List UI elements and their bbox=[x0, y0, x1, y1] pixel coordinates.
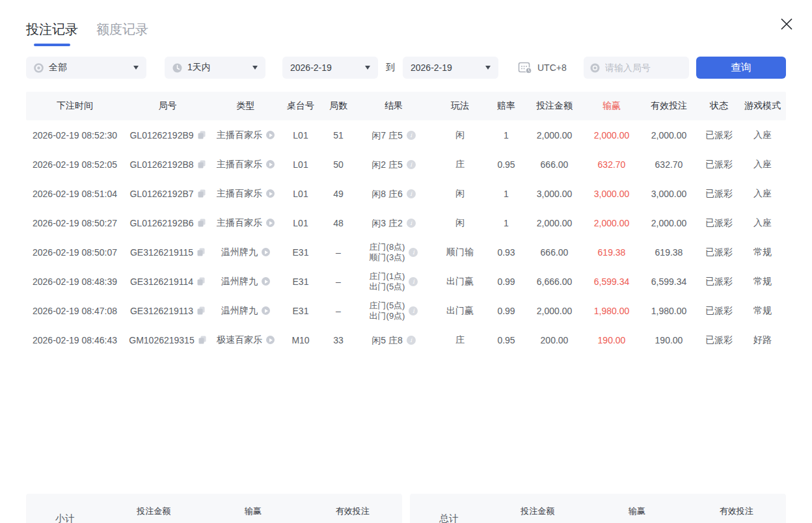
column-header: 局号 bbox=[124, 100, 211, 112]
odds-cell: 0.95 bbox=[488, 159, 524, 170]
close-icon[interactable] bbox=[777, 14, 796, 34]
total-label: 总计 bbox=[410, 513, 488, 523]
game-mode-cell: 好路 bbox=[739, 334, 786, 346]
win-loss-cell: 632.70 bbox=[584, 159, 639, 170]
play-type-cell: 顺门输 bbox=[432, 247, 488, 258]
table-no-cell: L01 bbox=[280, 130, 321, 141]
play-icon[interactable] bbox=[262, 248, 270, 256]
game-type-cell: 极速百家乐 bbox=[211, 334, 280, 346]
info-icon[interactable]: i bbox=[407, 219, 416, 228]
game-mode-cell: 常规 bbox=[739, 247, 786, 258]
play-icon[interactable] bbox=[266, 131, 275, 139]
date-to-label: 到 bbox=[386, 62, 395, 74]
odds-cell: 1 bbox=[488, 189, 524, 199]
copy-icon[interactable] bbox=[198, 160, 206, 168]
game-mode-cell: 常规 bbox=[739, 276, 786, 288]
play-icon[interactable] bbox=[262, 306, 270, 315]
category-dropdown[interactable]: 全部 bbox=[26, 57, 146, 79]
table-no-cell: E31 bbox=[280, 276, 321, 287]
table-no-cell: L01 bbox=[280, 189, 321, 199]
play-icon[interactable] bbox=[266, 189, 275, 198]
bet-records-table: 下注时间局号类型桌台号局数结果玩法赔率投注金额输赢有效投注状态游戏模式 2026… bbox=[26, 92, 786, 422]
timezone-label: UTC+8 bbox=[537, 62, 567, 73]
active-tab-underline bbox=[34, 44, 70, 46]
round-search-input[interactable] bbox=[605, 62, 677, 73]
play-type-cell: 出门赢 bbox=[432, 305, 488, 317]
copy-icon[interactable] bbox=[197, 248, 205, 256]
odds-cell: 1 bbox=[488, 130, 524, 141]
odds-cell: 1 bbox=[488, 218, 524, 228]
win-loss-cell: 619.38 bbox=[584, 247, 639, 258]
valid-bet-cell: 3,000.00 bbox=[639, 189, 699, 199]
bet-amount-cell: 2,000.00 bbox=[524, 218, 584, 228]
bet-amount-cell: 666.00 bbox=[524, 247, 584, 258]
round-id-cell: GL01262192B8 bbox=[124, 159, 211, 170]
info-icon[interactable]: i bbox=[409, 277, 418, 286]
bet-amount-cell: 3,000.00 bbox=[524, 189, 584, 199]
info-icon[interactable]: i bbox=[407, 189, 416, 198]
copy-icon[interactable] bbox=[198, 336, 206, 344]
column-header: 赔率 bbox=[488, 100, 524, 112]
calendar-clock-icon bbox=[518, 61, 532, 74]
win-loss-cell: 2,000.00 bbox=[584, 218, 639, 228]
time-range-dropdown[interactable]: 1天内 bbox=[165, 57, 265, 79]
info-icon[interactable]: i bbox=[409, 248, 418, 257]
query-button[interactable]: 查询 bbox=[696, 57, 786, 79]
info-icon[interactable]: i bbox=[407, 160, 416, 169]
status-cell: 已派彩 bbox=[699, 129, 739, 141]
round-id-cell: GE3126219114 bbox=[124, 276, 211, 287]
info-icon[interactable]: i bbox=[407, 336, 416, 345]
table-row: 2026-02-19 08:46:43 GM1026219315 极速百家乐 M… bbox=[26, 325, 786, 355]
column-header: 类型 bbox=[211, 100, 280, 112]
valid-bet-cell: 1,980.00 bbox=[639, 306, 699, 316]
bet-amount-cell: 200.00 bbox=[524, 335, 584, 345]
game-mode-cell: 入座 bbox=[739, 217, 786, 229]
table-row: 2026-02-19 08:47:08 GE3126219113 温州牌九 E3… bbox=[26, 296, 786, 325]
status-cell: 已派彩 bbox=[699, 247, 739, 258]
round-count-cell: – bbox=[321, 306, 355, 316]
valid-bet-cell: 2,000.00 bbox=[639, 130, 699, 141]
result-cell: 庄门(8点)顺门(3点) i bbox=[355, 242, 432, 263]
round-count-cell: 33 bbox=[321, 335, 355, 345]
copy-icon[interactable] bbox=[198, 189, 206, 198]
valid-bet-cell: 2,000.00 bbox=[639, 218, 699, 228]
date-to-picker[interactable]: 2026-2-19 bbox=[403, 57, 498, 79]
game-type-cell: 主播百家乐 bbox=[211, 217, 280, 229]
odds-cell: 0.95 bbox=[488, 335, 524, 345]
info-icon[interactable]: i bbox=[407, 131, 416, 140]
tab-bet-records[interactable]: 投注记录 bbox=[26, 21, 78, 47]
bet-records-dialog: 投注记录 额度记录 全部 1天内 2026-2-19 bbox=[0, 0, 812, 523]
copy-icon[interactable] bbox=[197, 306, 205, 315]
round-search-field[interactable] bbox=[584, 57, 689, 79]
status-cell: 已派彩 bbox=[699, 334, 739, 346]
tab-label: 额度记录 bbox=[96, 22, 148, 36]
bet-amount-cell: 2,000.00 bbox=[524, 306, 584, 316]
round-count-cell: 51 bbox=[321, 130, 355, 141]
play-icon[interactable] bbox=[266, 160, 275, 168]
column-header: 游戏模式 bbox=[739, 100, 786, 112]
date-from-picker[interactable]: 2026-2-19 bbox=[282, 57, 378, 79]
tab-quota-records[interactable]: 额度记录 bbox=[96, 21, 148, 47]
column-header: 状态 bbox=[699, 100, 739, 112]
subtotal-box: 小计 投注金额 17,198.00 输赢 17,021.42 有效投注 17,0… bbox=[26, 494, 402, 523]
status-cell: 已派彩 bbox=[699, 159, 739, 170]
win-loss-cell: 190.00 bbox=[584, 335, 639, 345]
play-icon[interactable] bbox=[266, 336, 275, 344]
table-row: 2026-02-19 08:52:05 GL01262192B8 主播百家乐 L… bbox=[26, 150, 786, 179]
round-count-cell: 49 bbox=[321, 189, 355, 199]
play-type-cell: 庄 bbox=[432, 334, 488, 346]
round-id-cell: GL01262192B7 bbox=[124, 189, 211, 199]
win-loss-cell: 1,980.00 bbox=[584, 306, 639, 316]
play-icon[interactable] bbox=[262, 277, 270, 286]
table-row: 2026-02-19 08:51:04 GL01262192B7 主播百家乐 L… bbox=[26, 179, 786, 208]
odds-cell: 0.93 bbox=[488, 247, 524, 258]
tab-label: 投注记录 bbox=[26, 22, 78, 36]
copy-icon[interactable] bbox=[197, 277, 205, 286]
table-row: 2026-02-19 08:48:39 GE3126219114 温州牌九 E3… bbox=[26, 267, 786, 296]
play-icon[interactable] bbox=[266, 219, 275, 227]
info-icon[interactable]: i bbox=[409, 306, 418, 315]
play-type-cell: 庄 bbox=[432, 159, 488, 170]
copy-icon[interactable] bbox=[198, 219, 206, 227]
copy-icon[interactable] bbox=[198, 131, 206, 139]
chevron-down-icon bbox=[252, 66, 258, 70]
